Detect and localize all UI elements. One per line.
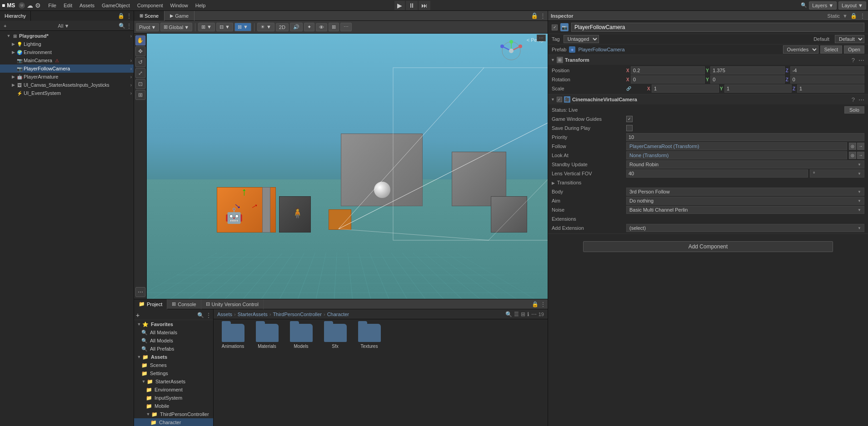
- open-btn[interactable]: Open: [844, 45, 864, 54]
- lookat-ref-arrow[interactable]: →: [857, 152, 864, 159]
- menu-item-edit[interactable]: Edit: [60, 2, 76, 9]
- tab-version-control[interactable]: ⊟ Unity Version Control: [201, 299, 264, 309]
- scene-custom-editor-tool[interactable]: ⋯: [135, 287, 145, 297]
- tree-item-playground[interactable]: ▼ ⊞ Playground* ›: [0, 32, 134, 40]
- tree-item-environment[interactable]: ▶ 🌍 Environment: [0, 48, 134, 56]
- tree-item-uieventsystem[interactable]: ⚡ UI_EventSystem ›: [0, 89, 134, 97]
- proj-scenes[interactable]: 📁 Scenes: [134, 361, 213, 369]
- scene-view-options[interactable]: ☀ ▼: [257, 23, 274, 31]
- bottom-more-icon[interactable]: ⋮: [540, 301, 546, 307]
- scene-effects-btn[interactable]: ✦: [304, 23, 314, 31]
- favorites-section[interactable]: ▼ ⭐ Favorites: [134, 320, 213, 328]
- static-dropdown-arrow[interactable]: ▼: [843, 13, 848, 19]
- noise-dropdown[interactable]: Basic Multi Channel Perlin: [626, 206, 864, 214]
- scene-rotate-tool[interactable]: ↺: [135, 57, 145, 67]
- path-search-icon[interactable]: 🔍: [505, 311, 512, 317]
- tree-item-lighting[interactable]: ▶ 💡 Lighting: [0, 40, 134, 48]
- grid-btn-3[interactable]: ⊠ ▼: [234, 23, 251, 31]
- path-list-icon[interactable]: ☰: [514, 311, 519, 317]
- assets-section[interactable]: ▼ 📁 Assets: [134, 353, 213, 361]
- project-add-btn[interactable]: +: [136, 312, 140, 319]
- priority-input[interactable]: [626, 133, 864, 141]
- proj-sa-environment[interactable]: 📁 Environment: [134, 386, 213, 394]
- file-textures[interactable]: Textures: [354, 324, 384, 349]
- scene-hidden-btn[interactable]: 👁: [316, 23, 327, 31]
- proj-all-prefabs[interactable]: 🔍 All Prefabs: [134, 345, 213, 353]
- scene-rect-tool[interactable]: ⊡: [135, 79, 145, 89]
- transform-gear-btn[interactable]: ⋯: [858, 57, 865, 64]
- layer-select[interactable]: Default: [835, 35, 864, 43]
- proj-all-models[interactable]: 🔍 All Models: [134, 337, 213, 345]
- scene-scale-tool[interactable]: ⤢: [135, 68, 145, 78]
- hier-more-icon[interactable]: ⋮: [126, 23, 132, 29]
- menu-item-window[interactable]: Window: [167, 2, 192, 9]
- tree-item-playerarm[interactable]: ▶ 🤖 PlayerArmature ›: [0, 73, 134, 81]
- bottom-lock-icon[interactable]: 🔒: [532, 301, 539, 307]
- rotation-z-input[interactable]: [790, 75, 864, 84]
- pause-button[interactable]: ⏸: [406, 1, 418, 10]
- lookat-ref-picker[interactable]: ◎: [849, 152, 856, 159]
- grid-btn-2[interactable]: ⊟ ▼: [216, 23, 233, 31]
- menu-item-help[interactable]: Help: [192, 2, 210, 9]
- scene-2d-btn[interactable]: 2D: [276, 23, 289, 31]
- path-character[interactable]: Character: [327, 312, 349, 317]
- layers-dropdown[interactable]: Layers ▼: [809, 1, 837, 10]
- proj-settings[interactable]: 📁 Settings: [134, 369, 213, 377]
- proj-all-materials[interactable]: 🔍 All Materials: [134, 328, 213, 337]
- hierarchy-lock-icon[interactable]: 🔒: [118, 13, 125, 19]
- grid-btn-1[interactable]: ⊞ ▼: [198, 23, 215, 31]
- path-tpc[interactable]: ThirdPersonController: [273, 312, 322, 317]
- overrides-select[interactable]: Overrides: [783, 45, 818, 54]
- aim-dropdown[interactable]: Do nothing: [626, 197, 864, 205]
- proj-sa-mobile[interactable]: 📁 Mobile: [134, 402, 213, 410]
- scene-viewport[interactable]: 🤖 🧍 ↑ → → ✋ ✥ ↺: [134, 34, 548, 299]
- cm-gear-btn[interactable]: ⋯: [858, 96, 865, 103]
- scene-move-tool[interactable]: ✥: [135, 46, 145, 56]
- solo-btn[interactable]: Solo: [844, 106, 864, 114]
- path-grid-icon[interactable]: ⊞: [521, 311, 525, 317]
- rotation-y-input[interactable]: [710, 75, 784, 84]
- tree-item-playerfollow[interactable]: 📷 PlayerFollowCamera ›: [0, 64, 134, 73]
- scene-more-btn[interactable]: ⋯: [537, 35, 546, 41]
- lensfov-dropdown[interactable]: °: [810, 169, 864, 178]
- project-search-btn[interactable]: 🔍: [197, 312, 204, 318]
- hierarchy-menu-icon[interactable]: ⋮: [126, 13, 132, 19]
- step-button[interactable]: ⏭: [419, 1, 430, 10]
- path-menu-icon[interactable]: ⋯: [531, 311, 537, 317]
- body-dropdown[interactable]: 3rd Person Follow: [626, 188, 864, 196]
- file-animations[interactable]: Animations: [218, 324, 248, 349]
- proj-thirdperson[interactable]: ▼ 📁 ThirdPersonController: [134, 410, 213, 418]
- lensfov-input[interactable]: [626, 169, 808, 178]
- path-info-icon[interactable]: ℹ: [527, 311, 529, 317]
- tab-hierarchy[interactable]: Hierarchy: [0, 11, 31, 21]
- sdp-checkbox[interactable]: [626, 125, 633, 131]
- scene-lock-icon[interactable]: 🔒: [531, 12, 538, 19]
- rotation-x-input[interactable]: [631, 75, 705, 84]
- cloud-btn[interactable]: ☁: [27, 2, 33, 9]
- scene-more-icon[interactable]: ⋮: [540, 12, 546, 19]
- go-active-checkbox[interactable]: ✓: [552, 25, 558, 30]
- add-component-btn[interactable]: Add Component: [583, 241, 833, 252]
- tab-game[interactable]: ▶ Game: [165, 11, 195, 21]
- path-starter[interactable]: StarterAssets: [238, 312, 268, 317]
- menu-item-assets[interactable]: Assets: [76, 2, 98, 9]
- tree-item-uicanvas[interactable]: ▶ 🖼 UI_Canvas_StarterAssetsInputs_Joysti…: [0, 81, 134, 89]
- cm-enable-checkbox[interactable]: ✓: [557, 97, 562, 102]
- scale-y-input[interactable]: [724, 84, 792, 93]
- transform-question-btn[interactable]: ?: [851, 57, 856, 64]
- file-sfx[interactable]: Sfx: [320, 324, 350, 349]
- scene-hand-tool[interactable]: ✋: [135, 35, 145, 45]
- path-assets[interactable]: Assets: [217, 312, 232, 317]
- scene-search-btn[interactable]: ⋯: [340, 23, 352, 31]
- position-y-input[interactable]: [710, 66, 784, 74]
- tag-select[interactable]: Untagged: [564, 35, 599, 43]
- file-models[interactable]: Models: [286, 324, 316, 349]
- menu-item-file[interactable]: File: [45, 2, 60, 9]
- position-x-input[interactable]: [631, 66, 705, 74]
- follow-ref-picker[interactable]: ◎: [849, 143, 856, 150]
- menu-item-component[interactable]: Component: [134, 2, 167, 9]
- hier-search-icon[interactable]: 🔍: [119, 23, 125, 29]
- search-icon[interactable]: 🔍: [801, 2, 807, 8]
- file-materials[interactable]: Materials: [252, 324, 282, 349]
- play-button[interactable]: ▶: [394, 1, 405, 10]
